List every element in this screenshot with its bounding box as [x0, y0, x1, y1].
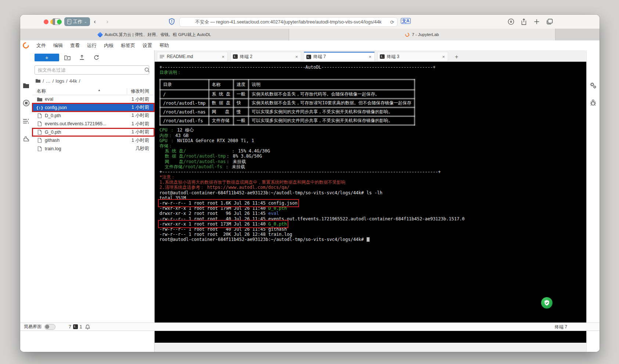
dock-tab-label: 终端 2: [240, 54, 292, 60]
new-launcher-button[interactable]: +: [35, 54, 59, 61]
simple-mode-toggle[interactable]: [44, 324, 55, 330]
terminal-7-output[interactable]: +---------------------------------------…: [155, 62, 587, 343]
terminal-line-0: +---------------------------------------…: [159, 65, 587, 70]
file-row-events.out.tfevents.1721965...[interactable]: events.out.tfevents.1721965...1 小时前: [32, 120, 154, 128]
filter-input[interactable]: [35, 65, 149, 75]
address-bar[interactable]: 不安全 — region-41.seetacloud.com:40274/jup…: [179, 17, 397, 27]
menu-item-1[interactable]: 编辑: [50, 41, 66, 50]
red-annotation-box: -rwxr-xr-x 1 root root 173M Jul 26 11:40…: [159, 221, 287, 227]
breadcrumb-separator: /: [79, 78, 80, 84]
add-tab-button[interactable]: +: [452, 53, 461, 61]
tab-group-label: 工作: [73, 19, 82, 25]
terminal-line-13: 1.系统盘较小请将大的数据存放于数据盘或网盘中，重置系统时数据盘和网盘中的数据不…: [159, 180, 587, 185]
right-sidebar: [586, 50, 600, 352]
new-tab-icon[interactable]: [533, 18, 541, 26]
file-row-config.json[interactable]: {:}config.json1 小时前: [32, 103, 154, 111]
dock-tab-label: 终端 7: [313, 54, 366, 60]
translate-icon[interactable]: 文A: [401, 18, 411, 24]
file-modified: 1 小时前: [132, 96, 149, 102]
terminal-line-7: 系 统 盘/ ： 15% 4.4G/30G: [159, 148, 587, 154]
upload-icon[interactable]: [78, 54, 86, 61]
autodl-directory-table: 目录名称速度说明/系 统 盘一般实例关机数据不会丢失，可存放代码等。会随保存镜像…: [159, 79, 415, 126]
dock-tab-终端-3[interactable]: $_终端 3×: [377, 52, 448, 61]
terminal-line-21: -rwxr-xr-x 1 root root 173M Jul 26 11:40…: [159, 221, 587, 227]
file-row-D_0.pth[interactable]: D_0.pth1 小时前: [32, 112, 154, 120]
breadcrumb-separator: /: [53, 78, 54, 84]
forward-button[interactable]: ›: [103, 18, 111, 26]
file-row-G_0.pth[interactable]: G_0.pth1 小时前: [32, 128, 154, 136]
sidebar-toggle-icon[interactable]: [53, 18, 60, 25]
terminal-line-3: CPU ： 12 核心: [159, 127, 587, 133]
tab-group-button[interactable]: 工作 ⌄: [64, 17, 90, 26]
running-sessions-icon[interactable]: [22, 99, 30, 107]
column-name[interactable]: 名称: [37, 88, 46, 94]
tab-overview-icon[interactable]: [546, 18, 554, 26]
refresh-icon[interactable]: [92, 54, 100, 61]
download-icon[interactable]: [507, 18, 515, 26]
security-extension-badge[interactable]: [541, 297, 553, 309]
breadcrumb[interactable]: /…/logs/44k/: [35, 78, 80, 84]
file-row-githash[interactable]: githash1 小时前: [32, 136, 154, 144]
terminal-line-8: 数 据 盘/root/autodl-tmp： 8% 3.8G/50G: [159, 154, 587, 159]
property-inspector-icon[interactable]: [589, 82, 597, 89]
close-icon[interactable]: ×: [221, 54, 225, 60]
table-of-contents-icon[interactable]: [22, 118, 30, 125]
menu-item-3[interactable]: 运行: [83, 41, 100, 50]
url-text: 不安全 — region-41.seetacloud.com:40274/jup…: [195, 19, 381, 25]
page-tab-autodl[interactable]: AutoDL算力云 | 弹性、好用、省钱。租 GPU就上 AutoDL: [20, 29, 289, 40]
menu-item-7[interactable]: 帮助: [156, 41, 173, 50]
terminal-line-6: 存储：: [159, 143, 587, 148]
file-row-eval[interactable]: eval1 小时前: [32, 95, 154, 103]
reload-icon[interactable]: ⟳: [390, 19, 394, 25]
simple-mode-label: 简易界面: [24, 324, 42, 330]
debugger-icon[interactable]: [589, 99, 597, 107]
jupyter-logo: [21, 41, 30, 50]
extensions-icon[interactable]: [22, 136, 30, 143]
breadcrumb-separator: /: [66, 78, 68, 84]
kernels-count[interactable]: 1: [80, 324, 82, 329]
breadcrumb-segment-0[interactable]: …: [46, 78, 51, 84]
file-icon: [36, 138, 43, 143]
breadcrumb-segment-2[interactable]: 44k: [69, 78, 77, 84]
menu-item-0[interactable]: 文件: [33, 41, 50, 50]
dock-tab-终端-2[interactable]: $_终端 2×: [230, 52, 301, 61]
new-folder-icon[interactable]: [63, 54, 71, 61]
terminal-line-11: +---------------------------------------…: [159, 169, 587, 174]
file-modified: 1 小时前: [132, 104, 149, 111]
menu-item-5[interactable]: 标签页: [117, 41, 139, 50]
terminal-line-14: 2.清理系统盘请参考： https://www.autodl.com/docs/…: [159, 185, 587, 190]
menu-item-2[interactable]: 查看: [66, 41, 83, 50]
file-browser-icon[interactable]: [22, 82, 30, 89]
file-list: eval1 小时前{:}config.json1 小时前D_0.pth1 小时前…: [32, 95, 154, 153]
terminal-line-10: 文件存储/root/autodl-fs ： 未挂载: [159, 164, 587, 169]
file-name: eval: [45, 97, 132, 102]
breadcrumb-segment-1[interactable]: logs: [55, 78, 64, 84]
menu-item-6[interactable]: 设置: [139, 41, 156, 50]
browser-toolbar: 工作 ⌄ ‹ › 不安全 — region-41.seetacloud.com:…: [20, 15, 600, 29]
window-close-button[interactable]: [44, 19, 48, 24]
close-icon[interactable]: ×: [294, 54, 299, 60]
file-row-train.log[interactable]: train.log几秒前: [32, 144, 154, 152]
menu-item-4[interactable]: 内核: [100, 41, 117, 50]
terminal-icon: $_: [233, 54, 238, 59]
red-annotation-box: -rw-r--r-- 1 root root 1.6K Jul 26 11:45…: [159, 201, 298, 206]
close-icon[interactable]: ×: [368, 54, 372, 60]
statusbar-terminal-label[interactable]: 终端 7: [555, 324, 567, 330]
close-icon[interactable]: ×: [441, 54, 446, 60]
terminals-count[interactable]: 7: [69, 324, 71, 329]
file-list-header[interactable]: 名称 ▲ 修改时间: [32, 87, 154, 95]
json-icon: {:}: [36, 105, 43, 110]
file-name: train.log: [45, 146, 136, 151]
shield-icon[interactable]: [169, 18, 175, 25]
dock-tab-README.md[interactable]: README.md×: [157, 52, 228, 61]
column-modified[interactable]: 修改时间: [127, 88, 149, 94]
share-icon[interactable]: [520, 18, 528, 26]
bell-icon[interactable]: [85, 324, 90, 329]
dock-tab-终端-7[interactable]: $_终端 7×: [304, 52, 375, 61]
terminal-icon: $_: [306, 55, 311, 59]
dock-panel: README.md×$_终端 2×$_终端 7×$_终端 3×+ +------…: [155, 50, 587, 352]
terminal-line-23: -rw-r--r-- 1 root root 20K Jul 26 12:48 …: [159, 232, 587, 237]
back-button[interactable]: ‹: [91, 18, 99, 26]
dock-tab-label: 终端 3: [387, 54, 439, 60]
page-tab-jupyterlab[interactable]: 7 - JupyterLab: [289, 29, 555, 40]
